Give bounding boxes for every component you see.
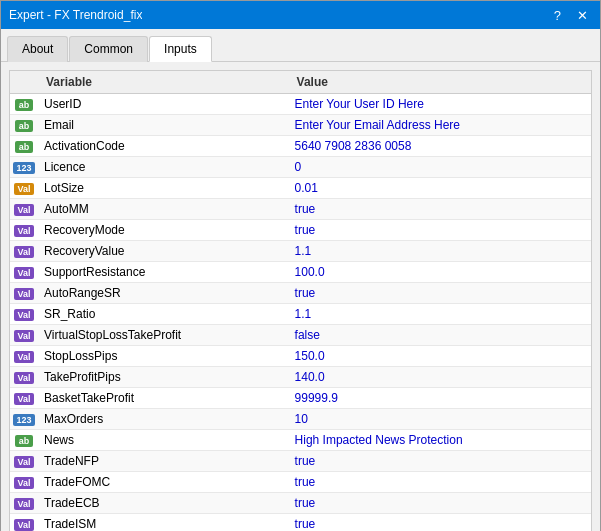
variable-name: RecoveryValue: [38, 241, 289, 262]
variable-name: SupportResistance: [38, 262, 289, 283]
table-row[interactable]: ValTradeNFPtrue: [10, 451, 591, 472]
variable-value[interactable]: true: [289, 199, 591, 220]
row-icon: Val: [10, 346, 38, 367]
table-row[interactable]: ValAutoMMtrue: [10, 199, 591, 220]
table-row[interactable]: ValStopLossPips150.0: [10, 346, 591, 367]
table-row[interactable]: ValVirtualStopLossTakeProfitfalse: [10, 325, 591, 346]
help-button[interactable]: ?: [550, 9, 565, 22]
tab-content: Variable Value abUserIDEnter Your User I…: [1, 62, 600, 531]
variable-value[interactable]: false: [289, 325, 591, 346]
variable-value[interactable]: 10: [289, 409, 591, 430]
type-icon: Val: [14, 267, 33, 279]
table-row[interactable]: ValSR_Ratio1.1: [10, 304, 591, 325]
tab-inputs[interactable]: Inputs: [149, 36, 212, 62]
variable-name: Email: [38, 115, 289, 136]
table-row[interactable]: abActivationCode5640 7908 2836 0058: [10, 136, 591, 157]
row-icon: Val: [10, 514, 38, 532]
variable-value[interactable]: true: [289, 472, 591, 493]
type-icon: Val: [14, 498, 33, 510]
variable-name: RecoveryMode: [38, 220, 289, 241]
variable-value[interactable]: true: [289, 220, 591, 241]
variable-name: ActivationCode: [38, 136, 289, 157]
row-icon: Val: [10, 388, 38, 409]
row-icon: Val: [10, 472, 38, 493]
table-row[interactable]: abUserIDEnter Your User ID Here: [10, 94, 591, 115]
variable-name: TradeECB: [38, 493, 289, 514]
tab-about[interactable]: About: [7, 36, 68, 62]
variable-value[interactable]: true: [289, 283, 591, 304]
variable-name: Licence: [38, 157, 289, 178]
table-row[interactable]: ValLotSize0.01: [10, 178, 591, 199]
inputs-table: Variable Value abUserIDEnter Your User I…: [10, 71, 591, 531]
variable-name: VirtualStopLossTakeProfit: [38, 325, 289, 346]
table-row[interactable]: ValTradeISMtrue: [10, 514, 591, 532]
table-row[interactable]: 123Licence0: [10, 157, 591, 178]
table-row[interactable]: ValTradeECBtrue: [10, 493, 591, 514]
col-header-variable: Variable: [38, 71, 289, 94]
variable-value[interactable]: 140.0: [289, 367, 591, 388]
variable-value[interactable]: 0: [289, 157, 591, 178]
type-icon: 123: [13, 414, 34, 426]
table-row[interactable]: ValBasketTakeProfit99999.9: [10, 388, 591, 409]
row-icon: Val: [10, 199, 38, 220]
col-header-icon: [10, 71, 38, 94]
table-row[interactable]: abEmailEnter Your Email Address Here: [10, 115, 591, 136]
variable-value[interactable]: 0.01: [289, 178, 591, 199]
type-icon: Val: [14, 183, 33, 195]
type-icon: Val: [14, 330, 33, 342]
col-header-value: Value: [289, 71, 591, 94]
type-icon: Val: [14, 456, 33, 468]
table-row[interactable]: ValAutoRangeSRtrue: [10, 283, 591, 304]
variable-value[interactable]: true: [289, 493, 591, 514]
variable-name: LotSize: [38, 178, 289, 199]
variable-value[interactable]: Enter Your User ID Here: [289, 94, 591, 115]
close-button[interactable]: ✕: [573, 9, 592, 22]
variable-name: News: [38, 430, 289, 451]
variable-value[interactable]: 1.1: [289, 241, 591, 262]
variable-value[interactable]: 1.1: [289, 304, 591, 325]
variable-value[interactable]: 100.0: [289, 262, 591, 283]
title-controls: ? ✕: [550, 9, 592, 22]
variable-name: MaxOrders: [38, 409, 289, 430]
row-icon: ab: [10, 136, 38, 157]
variable-name: TradeNFP: [38, 451, 289, 472]
row-icon: 123: [10, 157, 38, 178]
variable-name: SR_Ratio: [38, 304, 289, 325]
table-row[interactable]: ValTradeFOMCtrue: [10, 472, 591, 493]
type-icon: Val: [14, 519, 33, 531]
table-header-row: Variable Value: [10, 71, 591, 94]
table-row[interactable]: 123MaxOrders10: [10, 409, 591, 430]
variable-name: TradeFOMC: [38, 472, 289, 493]
row-icon: Val: [10, 220, 38, 241]
type-icon: Val: [14, 393, 33, 405]
window-title: Expert - FX Trendroid_fix: [9, 8, 142, 22]
variable-value[interactable]: 5640 7908 2836 0058: [289, 136, 591, 157]
table-row[interactable]: ValSupportResistance100.0: [10, 262, 591, 283]
row-icon: ab: [10, 94, 38, 115]
row-icon: 123: [10, 409, 38, 430]
variable-name: StopLossPips: [38, 346, 289, 367]
title-bar: Expert - FX Trendroid_fix ? ✕: [1, 1, 600, 29]
table-row[interactable]: ValTakeProfitPips140.0: [10, 367, 591, 388]
variable-value[interactable]: High Impacted News Protection: [289, 430, 591, 451]
variable-value[interactable]: Enter Your Email Address Here: [289, 115, 591, 136]
variable-name: TakeProfitPips: [38, 367, 289, 388]
tab-common[interactable]: Common: [69, 36, 148, 62]
type-icon: Val: [14, 309, 33, 321]
variable-value[interactable]: 150.0: [289, 346, 591, 367]
row-icon: Val: [10, 325, 38, 346]
type-icon: 123: [13, 162, 34, 174]
table-row[interactable]: abNewsHigh Impacted News Protection: [10, 430, 591, 451]
row-icon: Val: [10, 304, 38, 325]
type-icon: Val: [14, 225, 33, 237]
type-icon: ab: [15, 120, 33, 132]
variable-value[interactable]: true: [289, 451, 591, 472]
type-icon: ab: [15, 99, 33, 111]
tab-bar: About Common Inputs: [1, 29, 600, 62]
variable-value[interactable]: true: [289, 514, 591, 532]
type-icon: Val: [14, 204, 33, 216]
table-row[interactable]: ValRecoveryValue1.1: [10, 241, 591, 262]
variable-value[interactable]: 99999.9: [289, 388, 591, 409]
type-icon: Val: [14, 351, 33, 363]
table-row[interactable]: ValRecoveryModetrue: [10, 220, 591, 241]
